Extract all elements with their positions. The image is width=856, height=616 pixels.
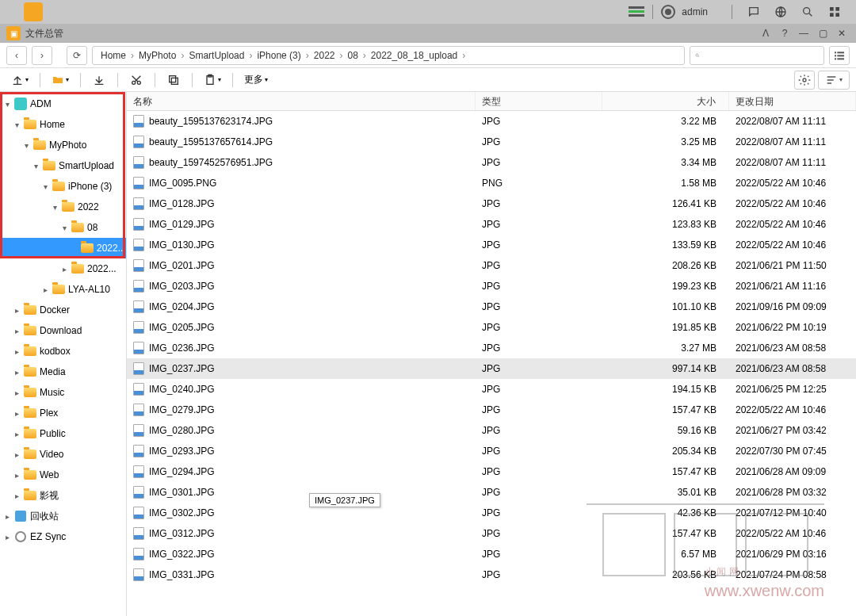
tree-item[interactable]: ▸kodbox — [0, 341, 126, 362]
tree-toggle-icon[interactable]: ▸ — [41, 285, 49, 294]
tree-toggle-icon[interactable]: ▾ — [60, 224, 68, 232]
paste-button[interactable]: ▾ — [199, 71, 226, 90]
header-size[interactable]: 大小 — [602, 92, 729, 110]
tree-item[interactable]: ▾SmartUpload — [0, 155, 126, 176]
tree-item[interactable]: ▾MyPhoto — [0, 135, 126, 155]
tree-toggle-icon[interactable]: ▾ — [22, 141, 30, 150]
refresh-button[interactable]: ⟳ — [67, 46, 87, 65]
tree-item[interactable]: ▾2022 — [0, 197, 126, 217]
upload-button[interactable]: ▾ — [6, 71, 33, 90]
breadcrumb-item[interactable]: 2022_08_18_upload — [366, 50, 462, 61]
settings-button[interactable] — [794, 71, 815, 90]
file-row[interactable]: IMG_0204.JPGJPG101.10 KB2021/09/16 PM 09… — [127, 297, 856, 317]
sort-button[interactable]: ▾ — [818, 71, 850, 90]
back-button[interactable]: ‹ — [6, 46, 27, 65]
tree-toggle-icon[interactable]: ▸ — [13, 388, 21, 397]
tree-toggle-icon[interactable]: ▾ — [41, 182, 49, 191]
new-folder-button[interactable]: ▾ — [47, 71, 74, 90]
file-row[interactable]: IMG_0301.JPGJPG35.01 KB2021/06/28 PM 03:… — [127, 482, 856, 503]
search-field[interactable] — [700, 50, 819, 61]
file-row[interactable]: IMG_0279.JPGJPG157.47 KB2022/05/22 AM 10… — [127, 400, 856, 420]
minimize-icon[interactable]: — — [796, 25, 812, 41]
notifications-icon[interactable] — [745, 3, 762, 21]
tree-item[interactable]: ▾08 — [0, 217, 126, 238]
file-row[interactable]: IMG_0203.JPGJPG199.23 KB2021/06/21 AM 11… — [127, 276, 856, 297]
breadcrumb[interactable]: Home›MyPhoto›SmartUpload›iPhone (3)›2022… — [92, 46, 685, 65]
tree-item[interactable]: ▸影视 — [0, 485, 126, 506]
file-row[interactable]: IMG_0128.JPGJPG126.41 KB2022/05/22 AM 10… — [127, 193, 856, 214]
tree-item[interactable]: ▸EZ Sync — [0, 526, 126, 547]
tree-item[interactable]: ▸Download — [0, 320, 126, 341]
tree-item[interactable]: 2022... — [0, 238, 126, 258]
tree-item[interactable]: ▸Media — [0, 362, 126, 382]
tree-toggle-icon[interactable]: ▸ — [13, 492, 21, 500]
more-button[interactable]: 更多▾ — [239, 71, 273, 90]
file-row[interactable]: beauty_1597452576951.JPGJPG3.34 MB2022/0… — [127, 152, 856, 173]
tree-toggle-icon[interactable]: ▸ — [13, 450, 21, 459]
breadcrumb-item[interactable]: MyPhoto — [134, 50, 181, 61]
search-input[interactable] — [690, 46, 824, 65]
cut-button[interactable] — [124, 71, 148, 90]
view-list-button[interactable] — [829, 46, 850, 65]
widgets-icon[interactable] — [826, 3, 843, 21]
tree-item[interactable]: ▸2022... — [0, 258, 126, 279]
file-row[interactable]: IMG_0302.JPGJPG42.36 KB2021/07/12 PM 10:… — [127, 503, 856, 523]
tree-item[interactable]: ▸Web — [0, 465, 126, 485]
download-button[interactable] — [87, 71, 111, 90]
file-row[interactable]: beauty_1595137657614.JPGJPG3.25 MB2022/0… — [127, 132, 856, 152]
forward-button[interactable]: › — [32, 46, 52, 65]
tree-item[interactable]: ▸回收站 — [0, 506, 126, 526]
file-row[interactable]: IMG_0237.JPGJPG997.14 KB2021/06/23 AM 08… — [127, 358, 856, 379]
file-row[interactable]: IMG_0293.JPGJPG205.34 KB2022/07/30 PM 07… — [127, 441, 856, 461]
search-icon[interactable] — [799, 3, 816, 21]
file-row[interactable]: beauty_1595137623174.JPGJPG3.22 MB2022/0… — [127, 111, 856, 132]
file-row[interactable]: IMG_0236.JPGJPG3.27 MB2021/06/23 AM 08:5… — [127, 338, 856, 358]
header-name[interactable]: 名称 — [127, 92, 476, 110]
globe-icon[interactable] — [772, 3, 789, 21]
tree-toggle-icon[interactable]: ▸ — [13, 368, 21, 377]
tree-item[interactable]: ▸LYA-AL10 — [0, 279, 126, 300]
breadcrumb-item[interactable]: 08 — [342, 50, 362, 61]
tree-toggle-icon[interactable]: ▾ — [13, 121, 21, 129]
file-row[interactable]: IMG_0201.JPGJPG208.26 KB2021/06/21 PM 11… — [127, 255, 856, 276]
tree-item[interactable]: ▸Public — [0, 423, 126, 444]
file-row[interactable]: IMG_0294.JPGJPG157.47 KB2021/06/28 AM 09… — [127, 461, 856, 482]
tree-toggle-icon[interactable]: ▸ — [3, 533, 11, 541]
tree-toggle-icon[interactable]: ▸ — [13, 409, 21, 418]
user-icon[interactable] — [661, 5, 675, 19]
network-icon[interactable] — [629, 6, 644, 17]
tree-toggle-icon[interactable]: ▸ — [13, 430, 21, 438]
tree-item[interactable]: ▸Plex — [0, 403, 126, 423]
help-icon[interactable]: ? — [777, 25, 793, 41]
tree-item[interactable]: ▸Video — [0, 444, 126, 465]
file-row[interactable]: IMG_0312.JPGJPG157.47 KB2022/05/22 AM 10… — [127, 523, 856, 544]
user-name[interactable]: admin — [682, 6, 708, 17]
file-row[interactable]: IMG_0280.JPGJPG59.16 KB2021/06/27 PM 03:… — [127, 420, 856, 441]
tree-toggle-icon[interactable]: ▾ — [32, 162, 40, 170]
tree-toggle-icon[interactable]: ▸ — [13, 306, 21, 315]
breadcrumb-item[interactable]: SmartUpload — [184, 50, 249, 61]
tree-toggle-icon[interactable]: ▸ — [3, 512, 11, 521]
tree-item[interactable]: ▸Music — [0, 382, 126, 403]
collapse-icon[interactable]: ᐱ — [758, 25, 774, 41]
breadcrumb-item[interactable]: Home — [96, 50, 131, 61]
tree-item[interactable]: ▸Docker — [0, 300, 126, 320]
file-row[interactable]: IMG_0205.JPGJPG191.85 KB2021/06/22 PM 10… — [127, 317, 856, 338]
close-icon[interactable]: ✕ — [834, 25, 850, 41]
copy-button[interactable] — [162, 71, 185, 90]
tree-item[interactable]: ▾Home — [0, 114, 126, 135]
file-row[interactable]: IMG_0129.JPGJPG123.83 KB2022/05/22 AM 10… — [127, 214, 856, 235]
app-icon[interactable] — [24, 2, 43, 21]
tree-toggle-icon[interactable]: ▸ — [60, 265, 68, 274]
file-row[interactable]: IMG_0331.JPGJPG203.56 KB2021/07/24 PM 08… — [127, 564, 856, 585]
tree-item[interactable]: ▾ADM — [0, 94, 126, 114]
tree-item[interactable]: ▾iPhone (3) — [0, 176, 126, 197]
file-row[interactable]: IMG_0130.JPGJPG133.59 KB2022/05/22 AM 10… — [127, 235, 856, 255]
tree-toggle-icon[interactable]: ▸ — [13, 327, 21, 335]
tree-toggle-icon[interactable]: ▸ — [13, 471, 21, 480]
tree-toggle-icon[interactable]: ▾ — [3, 100, 11, 109]
header-date[interactable]: 更改日期 — [729, 92, 856, 110]
breadcrumb-item[interactable]: iPhone (3) — [252, 50, 305, 61]
tree-toggle-icon[interactable]: ▸ — [13, 347, 21, 356]
header-type[interactable]: 类型 — [476, 92, 602, 110]
